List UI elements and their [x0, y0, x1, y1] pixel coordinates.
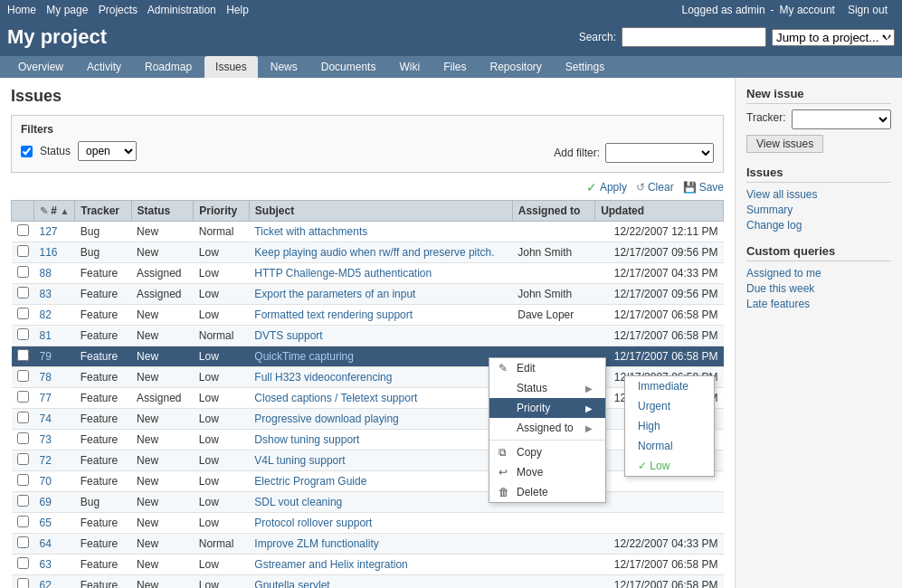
- row-checkbox[interactable]: [17, 432, 29, 444]
- issue-id-link[interactable]: 83: [40, 288, 52, 300]
- row-checkbox[interactable]: [17, 412, 29, 423]
- tab-issues[interactable]: Issues: [204, 56, 258, 78]
- ctx-copy[interactable]: ⧉ Copy: [489, 442, 605, 462]
- clear-link[interactable]: ↺ Clear: [636, 181, 674, 194]
- row-checkbox[interactable]: [17, 516, 29, 527]
- search-input[interactable]: [622, 27, 766, 47]
- nav-projects[interactable]: Projects: [99, 4, 138, 16]
- issue-id-link[interactable]: 77: [40, 392, 52, 404]
- issue-subject-link[interactable]: Keep playing audio when rw/ff and preser…: [254, 246, 494, 259]
- priority-high[interactable]: High: [625, 416, 714, 436]
- save-link[interactable]: 💾 Save: [683, 181, 724, 194]
- issue-subject-link[interactable]: Ticket with attachments: [254, 225, 367, 238]
- col-tracker[interactable]: Tracker: [75, 201, 131, 222]
- priority-immediate[interactable]: Immediate: [625, 376, 714, 396]
- col-id[interactable]: ✎ # ▲: [34, 201, 75, 222]
- tab-settings[interactable]: Settings: [555, 56, 615, 78]
- priority-urgent[interactable]: Urgent: [625, 396, 714, 416]
- col-priority[interactable]: Priority: [194, 201, 250, 222]
- issue-id-link[interactable]: 65: [40, 517, 52, 529]
- ctx-delete[interactable]: 🗑 Delete: [489, 482, 605, 502]
- tracker-select[interactable]: [792, 109, 891, 129]
- row-checkbox[interactable]: [17, 391, 29, 403]
- issue-id-link[interactable]: 116: [40, 246, 58, 259]
- jump-to-project-select[interactable]: Jump to a project...: [772, 29, 895, 46]
- issue-subject-link[interactable]: Progressive download playing: [254, 413, 398, 425]
- my-account-link[interactable]: My account: [780, 4, 835, 16]
- row-checkbox[interactable]: [17, 224, 29, 236]
- issue-id-link[interactable]: 62: [40, 579, 52, 588]
- col-status[interactable]: Status: [131, 201, 194, 222]
- tab-documents[interactable]: Documents: [310, 56, 387, 78]
- apply-link[interactable]: ✓ Apply: [586, 180, 627, 194]
- sign-out-link[interactable]: Sign out: [848, 4, 888, 16]
- ctx-assigned-to[interactable]: Assigned to ▶: [489, 418, 605, 438]
- due-this-week-link[interactable]: Due this week: [746, 282, 891, 295]
- issue-subject-link[interactable]: HTTP Challenge-MD5 authentication: [254, 267, 432, 280]
- tab-activity[interactable]: Activity: [76, 56, 132, 78]
- nav-mypage[interactable]: My page: [46, 4, 88, 16]
- row-checkbox[interactable]: [17, 578, 29, 588]
- change-log-link[interactable]: Change log: [746, 219, 891, 232]
- issue-subject-link[interactable]: Dshow tuning support: [254, 433, 359, 446]
- issue-id-link[interactable]: 79: [40, 350, 52, 363]
- view-issues-button[interactable]: View issues: [746, 135, 823, 153]
- row-checkbox[interactable]: [17, 474, 29, 486]
- issue-subject-link[interactable]: SDL vout cleaning: [254, 496, 342, 508]
- row-checkbox[interactable]: [17, 287, 29, 299]
- ctx-edit[interactable]: ✎ Edit: [489, 358, 605, 378]
- tab-news[interactable]: News: [260, 56, 309, 78]
- issue-id-link[interactable]: 74: [40, 413, 52, 425]
- issue-subject-link[interactable]: Formatted text rendering support: [254, 308, 413, 321]
- issue-subject-link[interactable]: Gstreamer and Helix integration: [254, 558, 407, 571]
- tab-wiki[interactable]: Wiki: [388, 56, 431, 78]
- issue-subject-link[interactable]: V4L tuning support: [254, 454, 345, 467]
- row-checkbox[interactable]: [17, 453, 29, 465]
- issue-id-link[interactable]: 64: [40, 537, 52, 550]
- issue-id-link[interactable]: 127: [40, 225, 58, 238]
- issue-id-link[interactable]: 88: [40, 267, 52, 280]
- view-all-issues-link[interactable]: View all issues: [746, 188, 891, 201]
- status-checkbox[interactable]: [21, 146, 33, 157]
- ctx-move[interactable]: ↩ Move: [489, 462, 605, 482]
- row-checkbox[interactable]: [17, 495, 29, 507]
- tab-repository[interactable]: Repository: [479, 56, 552, 78]
- issue-subject-link[interactable]: Gnutella servlet: [254, 579, 329, 588]
- issue-id-link[interactable]: 72: [40, 454, 52, 467]
- issue-id-link[interactable]: 70: [40, 475, 52, 488]
- priority-low[interactable]: ✓ Low: [625, 456, 714, 476]
- issue-id-link[interactable]: 63: [40, 558, 52, 571]
- issue-id-link[interactable]: 81: [40, 329, 52, 342]
- nav-help[interactable]: Help: [226, 4, 249, 16]
- issue-subject-link[interactable]: Improve ZLM functionality: [254, 537, 378, 550]
- tab-overview[interactable]: Overview: [7, 56, 74, 78]
- tab-files[interactable]: Files: [432, 56, 477, 78]
- col-subject[interactable]: Subject: [249, 201, 512, 222]
- col-updated[interactable]: Updated: [595, 201, 724, 222]
- ctx-status[interactable]: Status ▶: [489, 378, 605, 398]
- summary-link[interactable]: Summary: [746, 204, 891, 216]
- status-select[interactable]: openclosedany: [78, 141, 137, 161]
- row-checkbox[interactable]: [17, 266, 29, 278]
- issue-subject-link[interactable]: QuickTime capturing: [254, 350, 354, 363]
- issue-subject-link[interactable]: DVTS support: [254, 329, 322, 342]
- row-checkbox[interactable]: [17, 328, 29, 340]
- row-checkbox[interactable]: [17, 308, 29, 319]
- ctx-priority[interactable]: Priority ▶: [489, 398, 605, 418]
- late-features-link[interactable]: Late features: [746, 298, 891, 310]
- issue-subject-link[interactable]: Protocol rollover support: [254, 517, 372, 529]
- issue-id-link[interactable]: 73: [40, 433, 52, 446]
- col-assigned[interactable]: Assigned to: [512, 201, 594, 222]
- issue-id-link[interactable]: 78: [40, 371, 52, 384]
- issue-subject-link[interactable]: Export the parameters of an input: [254, 288, 415, 300]
- assigned-to-me-link[interactable]: Assigned to me: [746, 267, 891, 280]
- row-checkbox[interactable]: [17, 557, 29, 569]
- tab-roadmap[interactable]: Roadmap: [134, 56, 203, 78]
- issue-id-link[interactable]: 69: [40, 496, 52, 508]
- issue-subject-link[interactable]: Closed captions / Teletext support: [254, 392, 417, 404]
- issue-subject-link[interactable]: Electric Program Guide: [254, 475, 366, 488]
- add-filter-select[interactable]: [605, 143, 714, 163]
- row-checkbox[interactable]: [17, 536, 29, 548]
- row-checkbox[interactable]: [17, 245, 29, 257]
- issue-id-link[interactable]: 82: [40, 308, 52, 321]
